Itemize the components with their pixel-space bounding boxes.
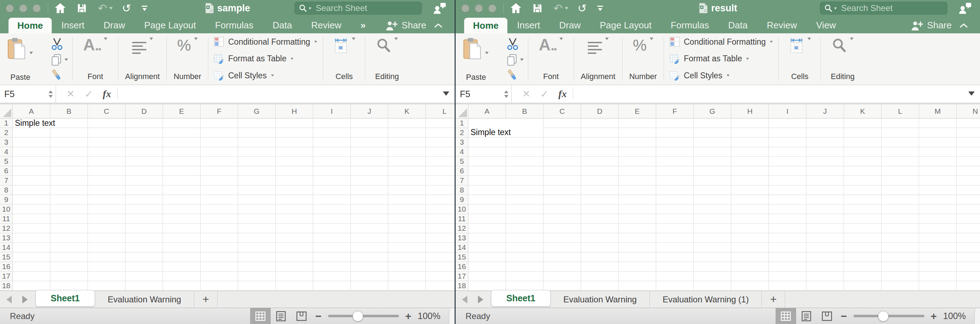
ribbon-tab[interactable]: Formulas bbox=[215, 17, 253, 34]
collapse-ribbon-icon[interactable] bbox=[434, 23, 442, 28]
ribbon-tab[interactable]: Data bbox=[728, 17, 748, 34]
add-sheet-button[interactable]: + bbox=[762, 291, 785, 308]
insert-function-icon[interactable]: fx bbox=[558, 88, 566, 100]
column-header[interactable]: J bbox=[351, 104, 388, 118]
presence-icon[interactable] bbox=[959, 3, 972, 15]
column-header[interactable]: I bbox=[313, 104, 351, 118]
cell-styles-button[interactable]: Cell Styles bbox=[214, 70, 317, 80]
column-header[interactable]: D bbox=[581, 104, 619, 118]
undo-dropdown-caret[interactable] bbox=[565, 7, 568, 10]
row-header[interactable]: 16 bbox=[0, 262, 13, 271]
column-header[interactable]: F bbox=[656, 104, 694, 118]
row-header[interactable]: 14 bbox=[0, 243, 13, 252]
zoom-slider[interactable] bbox=[328, 315, 399, 317]
insert-function-icon[interactable]: fx bbox=[103, 88, 111, 100]
row-header[interactable]: 6 bbox=[456, 166, 468, 176]
toolbar-options-icon[interactable] bbox=[142, 6, 147, 11]
cut-button[interactable] bbox=[507, 38, 523, 50]
column-header[interactable]: H bbox=[731, 104, 769, 118]
font-dropdown-caret[interactable] bbox=[104, 38, 107, 40]
redo-icon[interactable]: ↺ bbox=[578, 3, 587, 14]
formula-bar-expand-caret[interactable] bbox=[443, 91, 449, 96]
row-header[interactable]: 14 bbox=[456, 243, 468, 252]
row-header[interactable]: 9 bbox=[0, 195, 13, 204]
column-header[interactable]: G bbox=[238, 104, 276, 118]
page-break-view-button[interactable] bbox=[817, 308, 837, 324]
row-header[interactable]: 18 bbox=[456, 281, 468, 290]
undo-icon[interactable]: ↶ bbox=[554, 3, 563, 14]
font-settings-button[interactable]: A.. bbox=[83, 38, 107, 52]
cf-dropdown-caret[interactable] bbox=[770, 41, 773, 43]
row-header[interactable]: 13 bbox=[456, 233, 468, 243]
row-header[interactable]: 4 bbox=[0, 147, 13, 157]
sheet-tab[interactable]: Evaluation Warning bbox=[550, 291, 650, 308]
row-header[interactable]: 17 bbox=[0, 271, 13, 281]
cells-dropdown-caret[interactable] bbox=[352, 38, 355, 40]
formula-input[interactable] bbox=[573, 85, 980, 103]
column-header[interactable]: G bbox=[694, 104, 731, 118]
row-header[interactable]: 16 bbox=[456, 262, 468, 271]
copy-dropdown-caret[interactable] bbox=[64, 59, 68, 61]
cells-area[interactable]: Simple text bbox=[468, 118, 980, 290]
cancel-icon[interactable]: ✕ bbox=[522, 88, 530, 100]
zoom-level[interactable]: 100% bbox=[418, 311, 441, 321]
enter-icon[interactable]: ✓ bbox=[85, 88, 93, 100]
row-header[interactable]: 10 bbox=[0, 204, 13, 214]
copy-button[interactable] bbox=[507, 54, 523, 66]
editing-dropdown-caret[interactable] bbox=[850, 38, 854, 40]
cells-area[interactable]: Simple text bbox=[13, 118, 455, 290]
page-layout-view-button[interactable] bbox=[271, 308, 291, 324]
number-format-button[interactable]: % bbox=[177, 38, 198, 53]
normal-view-button[interactable] bbox=[250, 308, 271, 324]
row-header[interactable]: 3 bbox=[456, 137, 468, 147]
home-icon[interactable] bbox=[510, 3, 522, 13]
ribbon-tab[interactable]: Draw bbox=[559, 17, 581, 34]
next-sheet-icon[interactable] bbox=[478, 296, 483, 303]
row-header[interactable]: 4 bbox=[456, 147, 468, 157]
zoom-slider[interactable] bbox=[854, 315, 924, 317]
row-header[interactable]: 12 bbox=[456, 224, 468, 233]
ribbon-tab[interactable]: Page Layout bbox=[144, 17, 196, 34]
row-header[interactable]: 2 bbox=[456, 128, 468, 137]
search-scope-caret[interactable] bbox=[834, 8, 837, 10]
column-header[interactable]: K bbox=[844, 104, 881, 118]
name-box[interactable]: F5 bbox=[0, 85, 56, 103]
row-header[interactable]: 9 bbox=[456, 195, 468, 204]
search-sheet-input[interactable]: Search Sheet bbox=[820, 2, 947, 14]
row-header[interactable]: 1 bbox=[0, 118, 13, 128]
zoom-window-button[interactable] bbox=[488, 4, 496, 13]
row-header[interactable]: 5 bbox=[0, 157, 13, 166]
row-header[interactable]: 15 bbox=[0, 252, 13, 262]
zoom-in-button[interactable]: + bbox=[931, 310, 937, 322]
page-layout-view-button[interactable] bbox=[796, 308, 817, 324]
close-button[interactable] bbox=[461, 4, 469, 13]
number-format-button[interactable]: % bbox=[633, 38, 653, 53]
minimize-button[interactable] bbox=[475, 4, 483, 13]
column-header[interactable]: A bbox=[468, 104, 506, 118]
save-icon[interactable] bbox=[532, 3, 543, 13]
conditional-formatting-button[interactable]: Conditional Formatting bbox=[670, 37, 773, 47]
ribbon-tab[interactable]: Formulas bbox=[671, 17, 709, 34]
column-header[interactable]: L bbox=[881, 104, 919, 118]
row-header[interactable]: 7 bbox=[456, 176, 468, 185]
cancel-icon[interactable]: ✕ bbox=[67, 88, 75, 100]
zoom-in-button[interactable]: + bbox=[405, 310, 412, 322]
row-header[interactable]: 6 bbox=[0, 166, 13, 176]
share-button[interactable]: Share bbox=[385, 20, 442, 31]
sheet-tab[interactable]: Evaluation Warning bbox=[95, 291, 194, 308]
fat-dropdown-caret[interactable] bbox=[291, 58, 293, 60]
sheet-tab-sheet1[interactable]: Sheet1 bbox=[491, 290, 550, 306]
row-header[interactable]: 17 bbox=[456, 271, 468, 281]
page-break-view-button[interactable] bbox=[291, 308, 312, 324]
column-header[interactable]: B bbox=[50, 104, 88, 118]
prev-sheet-icon[interactable] bbox=[6, 296, 12, 303]
column-header[interactable]: C bbox=[544, 104, 581, 118]
cells-dropdown-caret[interactable] bbox=[807, 38, 811, 40]
cells-button[interactable] bbox=[333, 38, 355, 54]
presence-icon[interactable] bbox=[433, 3, 446, 15]
column-header[interactable]: E bbox=[619, 104, 656, 118]
column-header[interactable]: B bbox=[506, 104, 544, 118]
home-icon[interactable] bbox=[54, 3, 66, 13]
prev-sheet-icon[interactable] bbox=[462, 296, 467, 303]
editing-dropdown-caret[interactable] bbox=[395, 38, 398, 40]
